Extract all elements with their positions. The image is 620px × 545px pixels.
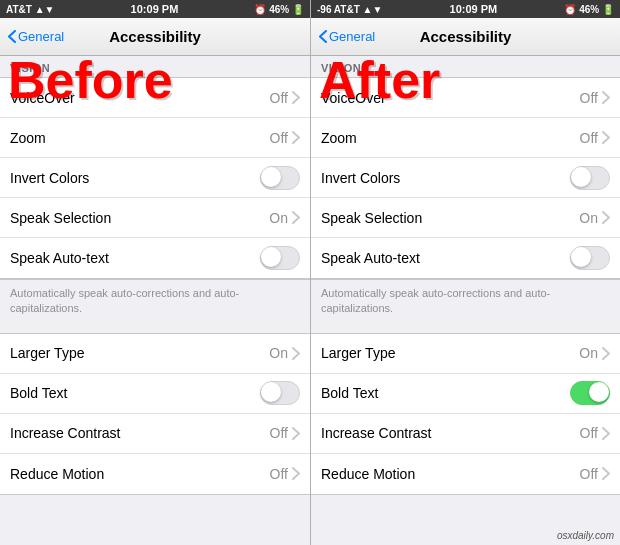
settings-row[interactable]: ZoomOff	[0, 118, 310, 158]
back-button[interactable]: General	[319, 29, 375, 44]
settings-row[interactable]: ZoomOff	[311, 118, 620, 158]
row-right: On	[579, 345, 610, 361]
row-right: On	[269, 210, 300, 226]
row-right: Off	[270, 425, 300, 441]
settings-row[interactable]: Speak SelectionOn	[0, 198, 310, 238]
row-right	[570, 381, 610, 405]
settings-row[interactable]: VoiceOverOff	[311, 78, 620, 118]
row-value: On	[269, 210, 288, 226]
row-value: Off	[580, 90, 598, 106]
row-right: Off	[270, 466, 300, 482]
row-label: VoiceOver	[10, 90, 75, 106]
carrier-signal: -96 AT&T ▲▼	[317, 4, 382, 15]
settings-row[interactable]: Bold Text	[0, 374, 310, 414]
toggle-on[interactable]	[570, 381, 610, 405]
row-right	[570, 166, 610, 190]
settings-row[interactable]: VoiceOverOff	[0, 78, 310, 118]
row-label: Increase Contrast	[321, 425, 432, 441]
row-value: On	[579, 210, 598, 226]
row-label: VoiceOver	[321, 90, 386, 106]
settings-row[interactable]: Increase ContrastOff	[0, 414, 310, 454]
time: 10:09 PM	[450, 3, 498, 15]
row-right	[570, 246, 610, 270]
row-right: Off	[580, 130, 610, 146]
row-label: Increase Contrast	[10, 425, 121, 441]
settings-row[interactable]: Reduce MotionOff	[0, 454, 310, 494]
settings-row[interactable]: Reduce MotionOff	[311, 454, 620, 494]
phone-panel-before: AT&T ▲▼ 10:09 PM ⏰ 46% 🔋 GeneralAccessib…	[0, 0, 310, 545]
row-value: Off	[580, 130, 598, 146]
settings-group-vision: VoiceOverOffZoomOffInvert ColorsSpeak Se…	[311, 77, 620, 279]
settings-row[interactable]: Speak SelectionOn	[311, 198, 620, 238]
description-text: Automatically speak auto-corrections and…	[0, 279, 310, 323]
phone-panel-after: -96 AT&T ▲▼ 10:09 PM ⏰ 46% 🔋 GeneralAcce…	[310, 0, 620, 545]
nav-title: Accessibility	[420, 28, 512, 45]
row-right	[260, 246, 300, 270]
row-label: Zoom	[321, 130, 357, 146]
row-right: On	[269, 345, 300, 361]
back-label: General	[18, 29, 64, 44]
row-label: Speak Auto-text	[321, 250, 420, 266]
row-right: Off	[580, 466, 610, 482]
row-value: On	[269, 345, 288, 361]
content-area: VISIONVoiceOverOffZoomOffInvert ColorsSp…	[311, 56, 620, 545]
back-label: General	[329, 29, 375, 44]
row-value: Off	[270, 90, 288, 106]
battery-info: ⏰ 46% 🔋	[254, 4, 304, 15]
row-value: Off	[580, 466, 598, 482]
row-right: Off	[270, 90, 300, 106]
row-label: Invert Colors	[10, 170, 89, 186]
toggle-off[interactable]	[260, 166, 300, 190]
row-label: Speak Selection	[10, 210, 111, 226]
toggle-off[interactable]	[260, 246, 300, 270]
settings-row[interactable]: Increase ContrastOff	[311, 414, 620, 454]
row-right: Off	[270, 130, 300, 146]
row-label: Larger Type	[10, 345, 84, 361]
nav-bar: GeneralAccessibility	[0, 18, 310, 56]
row-value: Off	[580, 425, 598, 441]
row-right: Off	[580, 90, 610, 106]
toggle-off[interactable]	[570, 246, 610, 270]
settings-row[interactable]: Invert Colors	[311, 158, 620, 198]
row-label: Bold Text	[10, 385, 67, 401]
row-value: Off	[270, 466, 288, 482]
row-right	[260, 166, 300, 190]
row-value: On	[579, 345, 598, 361]
settings-group-vision: VoiceOverOffZoomOffInvert ColorsSpeak Se…	[0, 77, 310, 279]
row-label: Invert Colors	[321, 170, 400, 186]
row-label: Zoom	[10, 130, 46, 146]
settings-group-display: Larger TypeOnBold TextIncrease ContrastO…	[0, 333, 310, 495]
settings-row[interactable]: Larger TypeOn	[311, 334, 620, 374]
row-label: Reduce Motion	[321, 466, 415, 482]
toggle-off[interactable]	[570, 166, 610, 190]
row-value: Off	[270, 130, 288, 146]
status-bar: AT&T ▲▼ 10:09 PM ⏰ 46% 🔋	[0, 0, 310, 18]
watermark: osxdaily.com	[557, 530, 614, 541]
row-label: Larger Type	[321, 345, 395, 361]
settings-row[interactable]: Bold Text	[311, 374, 620, 414]
row-right: Off	[580, 425, 610, 441]
settings-row[interactable]: Speak Auto-text	[0, 238, 310, 278]
toggle-off[interactable]	[260, 381, 300, 405]
settings-row[interactable]: Speak Auto-text	[311, 238, 620, 278]
nav-bar: GeneralAccessibility	[311, 18, 620, 56]
row-label: Speak Selection	[321, 210, 422, 226]
settings-row[interactable]: Larger TypeOn	[0, 334, 310, 374]
row-value: Off	[270, 425, 288, 441]
content-area: VISIONVoiceOverOffZoomOffInvert ColorsSp…	[0, 56, 310, 545]
battery-info: ⏰ 46% 🔋	[564, 4, 614, 15]
nav-title: Accessibility	[109, 28, 201, 45]
carrier-signal: AT&T ▲▼	[6, 4, 55, 15]
row-right: On	[579, 210, 610, 226]
section-header-vision: VISION	[0, 56, 310, 77]
back-button[interactable]: General	[8, 29, 64, 44]
row-label: Speak Auto-text	[10, 250, 109, 266]
status-bar: -96 AT&T ▲▼ 10:09 PM ⏰ 46% 🔋	[311, 0, 620, 18]
description-text: Automatically speak auto-corrections and…	[311, 279, 620, 323]
section-header-vision: VISION	[311, 56, 620, 77]
settings-group-display: Larger TypeOnBold TextIncrease ContrastO…	[311, 333, 620, 495]
settings-row[interactable]: Invert Colors	[0, 158, 310, 198]
row-label: Bold Text	[321, 385, 378, 401]
row-label: Reduce Motion	[10, 466, 104, 482]
row-right	[260, 381, 300, 405]
